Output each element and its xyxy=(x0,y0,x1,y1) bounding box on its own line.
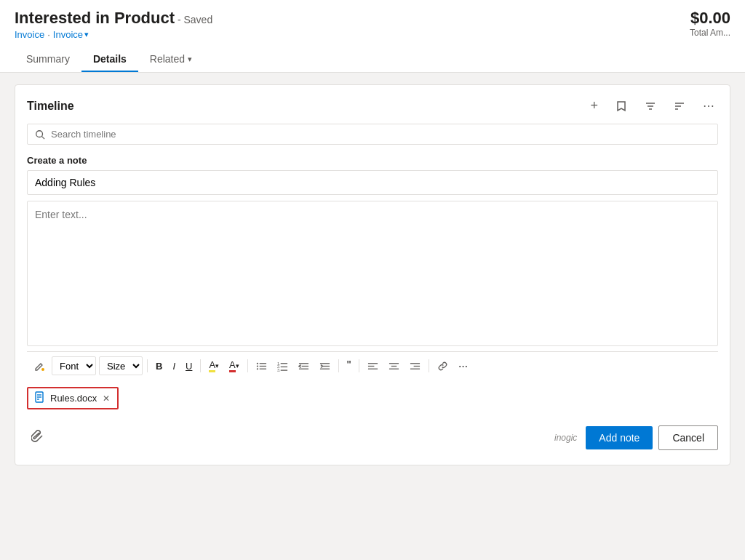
bookmark-timeline-button[interactable] xyxy=(613,99,630,113)
file-word-icon xyxy=(34,391,46,403)
more-timeline-button[interactable]: ⋯ xyxy=(700,97,718,114)
increase-indent-button[interactable] xyxy=(316,359,334,374)
decrease-indent-button[interactable] xyxy=(295,359,313,374)
align-right-icon xyxy=(410,361,421,372)
filter-icon xyxy=(645,100,656,112)
tab-related[interactable]: Related ▾ xyxy=(138,47,204,72)
size-dropdown-wrapper: Size xyxy=(99,356,143,375)
svg-line-1 xyxy=(42,136,45,139)
main-content: Timeline + ⋯ xyxy=(0,73,745,477)
font-color-button[interactable]: A ▾ xyxy=(226,357,243,375)
editor-toolbar: Font Size B I U A ▾ xyxy=(27,351,718,380)
sort-icon xyxy=(674,100,685,112)
svg-text:3.: 3. xyxy=(277,368,281,372)
timeline-header: Timeline + ⋯ xyxy=(27,97,718,115)
font-select[interactable]: Font xyxy=(52,356,96,375)
paint-icon-button[interactable] xyxy=(30,358,49,374)
toolbar-divider-3 xyxy=(247,359,248,372)
sort-timeline-button[interactable] xyxy=(671,99,688,113)
add-note-button[interactable]: Add note xyxy=(586,426,653,449)
bullet-list-button[interactable] xyxy=(252,359,271,374)
paperclip-icon xyxy=(31,430,44,443)
tab-details[interactable]: Details xyxy=(81,47,138,72)
numbered-list-button[interactable]: 1. 2. 3. xyxy=(274,359,292,374)
chevron-down-icon[interactable]: ▾ xyxy=(188,55,192,64)
attachment-remove-button[interactable]: ✕ xyxy=(101,393,111,404)
bookmark-icon xyxy=(615,100,627,112)
numbered-list-icon: 1. 2. 3. xyxy=(277,361,288,372)
svg-point-2 xyxy=(41,368,44,371)
create-note-label: Create a note xyxy=(27,155,718,166)
header-amount: $0.00 Total Am... xyxy=(690,9,730,38)
attachment-container: Rules.docx ✕ xyxy=(27,380,718,417)
quote-button[interactable]: " xyxy=(343,357,355,375)
toolbar-divider-2 xyxy=(200,359,201,372)
note-body-textarea[interactable] xyxy=(27,201,718,346)
breadcrumb-invoice1[interactable]: Invoice xyxy=(15,29,44,40)
more-format-button[interactable]: ⋯ xyxy=(455,359,471,374)
underline-button[interactable]: U xyxy=(182,359,196,374)
timeline-actions: + ⋯ xyxy=(587,97,718,115)
note-title-input[interactable] xyxy=(27,170,718,195)
page-header: Interested in Product - Saved Invoice · … xyxy=(0,0,745,73)
timeline-title: Timeline xyxy=(27,100,74,113)
footer-right: inogic Add note Cancel xyxy=(554,425,718,450)
toolbar-divider-5 xyxy=(359,359,359,372)
align-left-icon xyxy=(367,361,378,372)
tab-summary[interactable]: Summary xyxy=(15,47,81,72)
toolbar-divider-4 xyxy=(338,359,339,372)
add-timeline-button[interactable]: + xyxy=(587,97,601,115)
svg-point-5 xyxy=(257,365,258,367)
italic-button[interactable]: I xyxy=(169,359,179,374)
note-footer-bar: inogic Add note Cancel xyxy=(27,420,718,453)
breadcrumb: Invoice · Invoice ▾ xyxy=(15,29,212,40)
size-select[interactable]: Size xyxy=(99,356,143,375)
link-button[interactable] xyxy=(434,359,452,374)
filter-timeline-button[interactable] xyxy=(642,99,659,113)
chevron-down-icon[interactable]: ▾ xyxy=(236,362,239,369)
svg-point-7 xyxy=(257,368,258,369)
search-icon xyxy=(35,129,45,140)
timeline-search-box xyxy=(27,124,718,145)
toolbar-divider-1 xyxy=(147,359,148,372)
page-title: Interested in Product - Saved xyxy=(15,9,212,28)
increase-indent-icon xyxy=(319,361,330,372)
svg-point-3 xyxy=(257,362,258,364)
align-right-button[interactable] xyxy=(406,359,424,374)
highlight-button[interactable]: A ▾ xyxy=(205,357,223,375)
breadcrumb-separator: · xyxy=(47,29,50,40)
align-center-button[interactable] xyxy=(385,359,403,374)
decrease-indent-icon xyxy=(298,361,309,372)
toolbar-divider-6 xyxy=(429,359,429,372)
header-top: Interested in Product - Saved Invoice · … xyxy=(15,9,730,40)
attachment-filename: Rules.docx xyxy=(50,393,97,404)
font-dropdown-wrapper: Font xyxy=(52,356,96,375)
attachment-item: Rules.docx ✕ xyxy=(27,387,119,409)
chevron-down-icon[interactable]: ▾ xyxy=(84,30,89,39)
paint-icon xyxy=(33,360,45,372)
attachment-file-icon xyxy=(34,391,46,405)
attach-file-button[interactable] xyxy=(27,428,49,448)
link-icon xyxy=(437,361,448,372)
timeline-card: Timeline + ⋯ xyxy=(15,84,730,465)
breadcrumb-invoice2[interactable]: Invoice ▾ xyxy=(53,29,89,40)
footer-left xyxy=(27,428,49,448)
tabs-bar: Summary Details Related ▾ xyxy=(15,47,730,72)
chevron-down-icon[interactable]: ▾ xyxy=(215,362,219,369)
cancel-button[interactable]: Cancel xyxy=(658,425,718,450)
search-input[interactable] xyxy=(51,129,710,140)
align-left-button[interactable] xyxy=(364,359,382,374)
header-title-area: Interested in Product - Saved Invoice · … xyxy=(15,9,212,40)
bullet-list-icon xyxy=(256,361,267,372)
inogic-watermark: inogic xyxy=(554,433,580,443)
svg-point-0 xyxy=(36,130,43,137)
align-center-icon xyxy=(389,361,399,372)
bold-button[interactable]: B xyxy=(152,359,166,374)
